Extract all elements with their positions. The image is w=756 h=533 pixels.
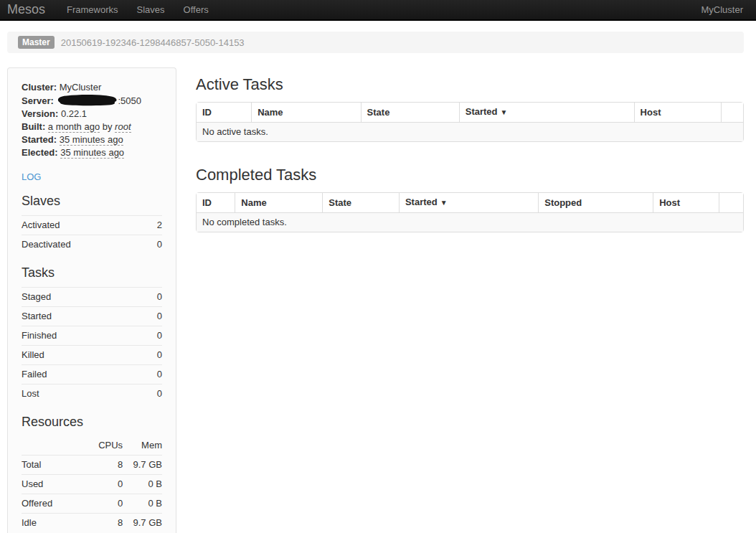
table-header-row: ID Name State Started▼ Stopped Host: [197, 193, 743, 213]
master-badge: Master: [18, 36, 55, 49]
tasks-staged-label: Staged: [22, 288, 144, 307]
tasks-heading: Tasks: [22, 265, 162, 280]
resources-offered-mem: 0 B: [123, 494, 162, 514]
resources-used-cpus: 0: [92, 475, 123, 494]
breadcrumb: Master 20150619-192346-1298446857-5050-1…: [7, 32, 744, 53]
active-tasks-table: ID Name State Started▼ Host No active ta…: [196, 102, 744, 142]
slaves-deactivated-label: Deactivated: [22, 235, 148, 255]
elected-label: Elected:: [22, 147, 58, 158]
version-value: 0.22.1: [61, 108, 87, 119]
resources-idle-label: Idle: [22, 514, 92, 533]
started-label: Started:: [22, 134, 57, 145]
tasks-killed-label: Killed: [22, 346, 144, 365]
slaves-deactivated-count: 0: [148, 235, 162, 255]
active-col-id[interactable]: ID: [197, 103, 251, 123]
resources-offered-label: Offered: [22, 494, 92, 514]
master-id: 20150619-192346-1298446857-5050-14153: [61, 37, 245, 48]
built-time: a month ago: [48, 121, 100, 133]
cluster-value: MyCluster: [60, 82, 102, 93]
tasks-failed-label: Failed: [22, 365, 144, 385]
empty-state-row: No active tasks.: [197, 123, 743, 141]
slaves-activated-count: 2: [148, 216, 162, 235]
resources-total-mem: 9.7 GB: [123, 456, 162, 475]
version-label: Version:: [22, 108, 58, 119]
active-col-started[interactable]: Started▼: [459, 103, 634, 123]
table-row: Activated 2: [22, 216, 162, 235]
elected-info-line: Elected: 35 minutes ago: [22, 146, 162, 159]
built-label: Built:: [22, 121, 45, 132]
completed-tasks-table: ID Name State Started▼ Stopped Host No c…: [196, 192, 744, 232]
redacted-server-address: [57, 94, 117, 106]
resources-total-label: Total: [22, 456, 92, 475]
server-label: Server:: [22, 95, 54, 106]
cluster-info-line: Cluster: MyCluster: [22, 81, 162, 94]
table-header-row: CPUs Mem: [22, 436, 162, 456]
server-info-line: Server: :5050: [22, 94, 162, 108]
table-row: Total 8 9.7 GB: [22, 456, 162, 475]
table-row: Deactivated 0: [22, 235, 162, 255]
nav-item-slaves[interactable]: Slaves: [137, 4, 165, 15]
nav-item-frameworks[interactable]: Frameworks: [67, 4, 118, 15]
tasks-table: Staged 0 Started 0 Finished 0 Killed 0 F…: [22, 287, 162, 403]
brand-mesos-link[interactable]: Mesos: [7, 2, 45, 17]
table-row: Started 0: [22, 307, 162, 326]
active-col-name[interactable]: Name: [251, 103, 360, 123]
cluster-label: Cluster:: [22, 82, 57, 93]
completed-col-started[interactable]: Started▼: [399, 193, 538, 213]
tasks-staged-count: 0: [144, 288, 162, 307]
resources-offered-cpus: 0: [92, 494, 123, 514]
resources-used-label: Used: [22, 475, 92, 494]
completed-col-actions: [719, 193, 743, 213]
table-row: Idle 8 9.7 GB: [22, 514, 162, 533]
active-col-actions: [721, 103, 743, 123]
resources-used-mem: 0 B: [123, 475, 162, 494]
tasks-lost-label: Lost: [22, 385, 144, 404]
sort-descending-icon: ▼: [440, 199, 448, 207]
completed-col-name[interactable]: Name: [235, 193, 322, 213]
tasks-started-label: Started: [22, 307, 144, 326]
tasks-lost-count: 0: [144, 385, 162, 404]
table-row: Offered 0 0 B: [22, 494, 162, 514]
built-by: by: [103, 121, 113, 132]
table-row: Staged 0: [22, 288, 162, 307]
completed-col-state[interactable]: State: [322, 193, 399, 213]
no-active-tasks-message: No active tasks.: [197, 123, 743, 141]
resources-idle-cpus: 8: [92, 514, 123, 533]
main-content: Active Tasks ID Name State Started▼ Host…: [196, 67, 744, 232]
tasks-finished-count: 0: [144, 326, 162, 346]
nav-item-offers[interactable]: Offers: [184, 4, 209, 15]
table-row: Killed 0: [22, 346, 162, 365]
completed-tasks-heading: Completed Tasks: [196, 166, 744, 184]
resources-heading: Resources: [22, 414, 162, 430]
no-completed-tasks-message: No completed tasks.: [197, 213, 743, 232]
sort-descending-icon: ▼: [501, 108, 508, 116]
navbar-cluster-name: MyCluster: [701, 4, 743, 15]
empty-state-row: No completed tasks.: [197, 213, 743, 232]
resources-idle-mem: 9.7 GB: [123, 514, 162, 533]
slaves-table: Activated 2 Deactivated 0: [22, 215, 162, 254]
built-info-line: Built: a month ago by root: [22, 121, 162, 133]
completed-col-id[interactable]: ID: [197, 193, 235, 213]
server-port: :5050: [118, 95, 141, 106]
built-user: root: [115, 121, 131, 133]
active-col-host[interactable]: Host: [634, 103, 722, 123]
completed-col-stopped[interactable]: Stopped: [538, 193, 653, 213]
slaves-heading: Slaves: [22, 193, 162, 209]
tasks-started-count: 0: [144, 307, 162, 326]
log-link[interactable]: LOG: [22, 171, 41, 182]
resources-total-cpus: 8: [92, 456, 123, 475]
resources-mem-header: Mem: [123, 436, 162, 456]
resources-table: CPUs Mem Total 8 9.7 GB Used 0 0 B Offer…: [22, 436, 162, 532]
started-info-line: Started: 35 minutes ago: [22, 133, 162, 146]
slaves-activated-label: Activated: [22, 216, 148, 235]
table-row: Lost 0: [22, 385, 162, 404]
active-col-state[interactable]: State: [361, 103, 459, 123]
table-header-row: ID Name State Started▼ Host: [197, 103, 743, 123]
sidebar-panel: Cluster: MyCluster Server: :5050 Version…: [7, 67, 176, 533]
tasks-finished-label: Finished: [22, 326, 144, 346]
completed-col-host[interactable]: Host: [653, 193, 718, 213]
tasks-killed-count: 0: [144, 346, 162, 365]
navbar: Mesos Frameworks Slaves Offers MyCluster: [0, 0, 756, 21]
version-info-line: Version: 0.22.1: [22, 108, 162, 121]
table-row: Finished 0: [22, 326, 162, 346]
